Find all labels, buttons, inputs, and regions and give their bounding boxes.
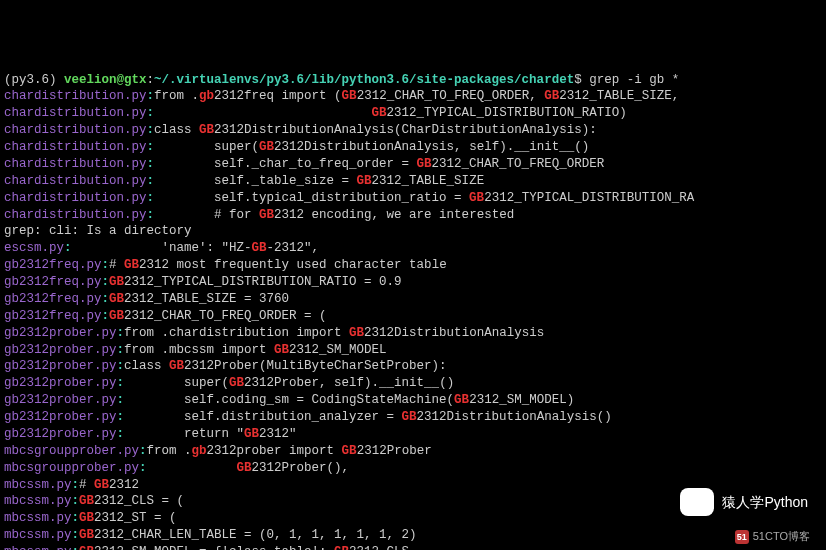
- filename: gb2312freq.py: [4, 292, 102, 306]
- colon: :: [117, 427, 125, 441]
- prompt-sep: :: [147, 73, 155, 87]
- colon: :: [147, 191, 155, 205]
- filename: gb2312freq.py: [4, 275, 102, 289]
- colon: :: [147, 123, 155, 137]
- colon: :: [102, 275, 110, 289]
- filename: chardistribution.py: [4, 123, 147, 137]
- filename: gb2312freq.py: [4, 258, 102, 272]
- filename: chardistribution.py: [4, 106, 147, 120]
- colon: :: [117, 376, 125, 390]
- wechat-icon: [680, 488, 714, 516]
- output-line: gb2312prober.py:class GB2312Prober(Multi…: [4, 358, 822, 375]
- colon: :: [102, 292, 110, 306]
- colon: :: [117, 410, 125, 424]
- command-text[interactable]: grep -i gb *: [582, 73, 680, 87]
- colon: :: [64, 241, 72, 255]
- terminal-output: (py3.6) veelion@gtx:~/.virtualenvs/py3.6…: [4, 72, 822, 551]
- filename: gb2312prober.py: [4, 410, 117, 424]
- filename: gb2312prober.py: [4, 427, 117, 441]
- colon: :: [117, 326, 125, 340]
- output-line: chardistribution.py:from .gb2312freq imp…: [4, 88, 822, 105]
- output-line: chardistribution.py:class GB2312Distribu…: [4, 122, 822, 139]
- colon: :: [102, 258, 110, 272]
- filename: chardistribution.py: [4, 140, 147, 154]
- output-line: mbcssm.py:GB2312_CHAR_LEN_TABLE = (0, 1,…: [4, 527, 822, 544]
- prompt-dollar: $: [574, 73, 582, 87]
- user-host: veelion@gtx: [64, 73, 147, 87]
- filename: mbcsgroupprober.py: [4, 444, 139, 458]
- output-line: gb2312prober.py:from .mbcssm import GB23…: [4, 342, 822, 359]
- colon: :: [117, 343, 125, 357]
- blog-text: 51CTO博客: [753, 529, 810, 544]
- cwd: ~/.virtualenvs/py3.6/lib/python3.6/site-…: [154, 73, 574, 87]
- filename: chardistribution.py: [4, 174, 147, 188]
- colon: :: [147, 106, 155, 120]
- colon: :: [139, 444, 147, 458]
- filename: chardistribution.py: [4, 89, 147, 103]
- colon: :: [147, 157, 155, 171]
- filename: chardistribution.py: [4, 191, 147, 205]
- colon: :: [72, 528, 80, 542]
- cto51-icon: 51: [735, 530, 749, 544]
- output-line: gb2312prober.py: super(GB2312Prober, sel…: [4, 375, 822, 392]
- filename: mbcsgroupprober.py: [4, 461, 139, 475]
- output-line: escsm.py: 'name': "HZ-GB-2312",: [4, 240, 822, 257]
- output-line: chardistribution.py: GB2312_TYPICAL_DIST…: [4, 105, 822, 122]
- filename: gb2312freq.py: [4, 309, 102, 323]
- filename: gb2312prober.py: [4, 326, 117, 340]
- output-line: gb2312freq.py:GB2312_TABLE_SIZE = 3760: [4, 291, 822, 308]
- filename: mbcssm.py: [4, 478, 72, 492]
- filename: gb2312prober.py: [4, 376, 117, 390]
- wechat-watermark: 猿人学Python: [680, 488, 808, 516]
- colon: :: [72, 511, 80, 525]
- output-line: chardistribution.py: self.typical_distri…: [4, 190, 822, 207]
- output-line: gb2312prober.py:from .chardistribution i…: [4, 325, 822, 342]
- filename: chardistribution.py: [4, 208, 147, 222]
- colon: :: [147, 140, 155, 154]
- output-line: mbcssm.py:GB2312_SM_MODEL = {'class_tabl…: [4, 544, 822, 550]
- filename: mbcssm.py: [4, 528, 72, 542]
- filename: gb2312prober.py: [4, 393, 117, 407]
- filename: chardistribution.py: [4, 157, 147, 171]
- colon: :: [147, 208, 155, 222]
- output-line: chardistribution.py: # for GB2312 encodi…: [4, 207, 822, 224]
- prompt-line: (py3.6) veelion@gtx:~/.virtualenvs/py3.6…: [4, 72, 822, 89]
- colon: :: [117, 393, 125, 407]
- colon: :: [72, 478, 80, 492]
- venv: (py3.6): [4, 73, 57, 87]
- filename: escsm.py: [4, 241, 64, 255]
- output-line: gb2312freq.py:GB2312_TYPICAL_DISTRIBUTIO…: [4, 274, 822, 291]
- output-line: gb2312freq.py:# GB2312 most frequently u…: [4, 257, 822, 274]
- output-line: gb2312prober.py: self.distribution_analy…: [4, 409, 822, 426]
- output-line: chardistribution.py: self._char_to_freq_…: [4, 156, 822, 173]
- output-line: mbcsgroupprober.py:from .gb2312prober im…: [4, 443, 822, 460]
- colon: :: [72, 494, 80, 508]
- blog-watermark: 51 51CTO博客: [735, 529, 810, 544]
- filename: gb2312prober.py: [4, 359, 117, 373]
- output-line: gb2312prober.py: return "GB2312": [4, 426, 822, 443]
- watermark-text: 猿人学Python: [722, 493, 808, 512]
- colon: :: [102, 309, 110, 323]
- filename: mbcssm.py: [4, 545, 72, 550]
- output-line: grep: cli: Is a directory: [4, 223, 822, 240]
- colon: :: [147, 89, 155, 103]
- colon: :: [117, 359, 125, 373]
- colon: :: [72, 545, 80, 550]
- colon: :: [139, 461, 147, 475]
- filename: mbcssm.py: [4, 511, 72, 525]
- output-line: chardistribution.py: self._table_size = …: [4, 173, 822, 190]
- output-line: gb2312freq.py:GB2312_CHAR_TO_FREQ_ORDER …: [4, 308, 822, 325]
- colon: :: [147, 174, 155, 188]
- output-line: mbcsgroupprober.py: GB2312Prober(),: [4, 460, 822, 477]
- filename: mbcssm.py: [4, 494, 72, 508]
- filename: gb2312prober.py: [4, 343, 117, 357]
- output-line: chardistribution.py: super(GB2312Distrib…: [4, 139, 822, 156]
- output-line: gb2312prober.py: self.coding_sm = Coding…: [4, 392, 822, 409]
